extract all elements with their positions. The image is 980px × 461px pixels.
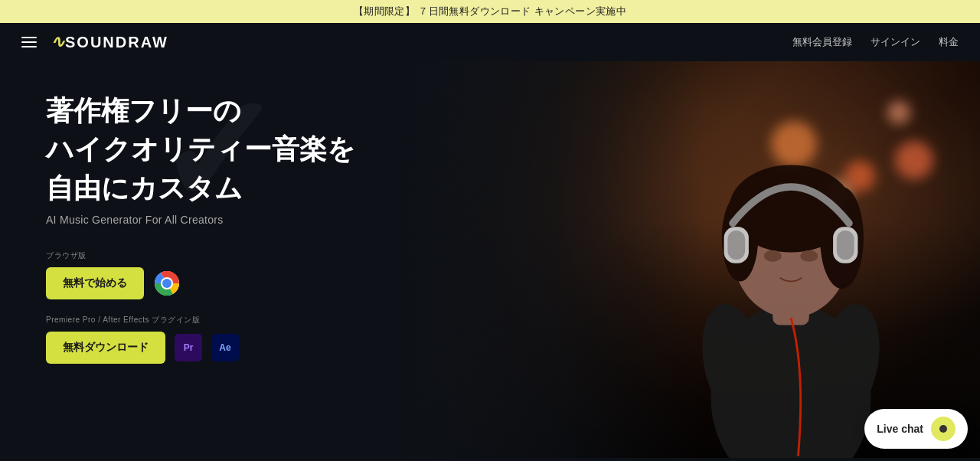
promo-banner-text: 【期間限定】 ７日間無料ダウンロード キャンペーン実施中 [354,5,626,17]
plugin-cta-row: 無料ダウンロード Pr Ae [46,332,355,364]
browser-section: ブラウザ版 無料で始める [46,250,355,299]
hero-title-line3: 自由にカスタム [46,172,243,204]
pr-label: Pr [184,342,194,353]
hero-fade-gradient [398,61,704,458]
promo-banner: 【期間限定】 ７日間無料ダウンロード キャンペーン実施中 [0,0,980,23]
hero-title-line2: ハイクオリティー音楽を [46,133,355,165]
header-left: ∿ SOUNDRAW [21,32,168,52]
logo-wave-icon: ∿ [51,32,64,52]
plugin-section: Premiere Pro / After Effects プラグイン版 無料ダウ… [46,315,355,364]
svg-point-16 [162,279,172,288]
hero-subtitle: AI Music Generator For All Creators [46,214,355,226]
browser-cta-row: 無料で始める [46,267,355,299]
nav-register-link[interactable]: 無料会員登録 [792,35,852,49]
svg-point-10 [764,250,782,262]
download-free-button[interactable]: 無料ダウンロード [46,332,165,364]
live-chat-label: Live chat [877,423,923,435]
svg-rect-7 [727,230,745,260]
hero-content: 著作権フリーの ハイクオリティー音楽を 自由にカスタム AI Music Gen… [46,92,355,379]
hero-title: 著作権フリーの ハイクオリティー音楽を 自由にカスタム [46,92,355,208]
ae-label: Ae [219,342,230,353]
header-nav: 無料会員登録 サインイン 料金 [792,35,959,49]
browser-section-label: ブラウザ版 [46,250,355,261]
svg-rect-9 [837,230,854,260]
svg-point-11 [800,250,818,262]
live-chat-dot-icon [931,417,956,441]
live-chat-widget[interactable]: Live chat [864,409,968,449]
plugin-section-label: Premiere Pro / After Effects プラグイン版 [46,315,355,325]
logo[interactable]: ∿ SOUNDRAW [51,32,168,52]
header: ∿ SOUNDRAW 無料会員登録 サインイン 料金 [0,23,980,61]
nav-signin-link[interactable]: サインイン [871,35,920,49]
hamburger-menu-icon[interactable] [21,37,37,47]
live-chat-dot-inner [939,425,947,433]
hero-section: ✓ 著作権フリーの ハイクオリティー音楽を 自由にカスタム AI Music G… [0,61,980,458]
hero-background-image [398,61,980,458]
nav-pricing-link[interactable]: 料金 [939,35,959,49]
start-free-button[interactable]: 無料で始める [46,267,144,299]
logo-text: SOUNDRAW [65,34,168,51]
chrome-icon[interactable] [153,270,181,297]
premiere-pro-icon[interactable]: Pr [175,334,202,361]
hero-title-line1: 著作権フリーの [46,95,241,126]
after-effects-icon[interactable]: Ae [211,334,239,361]
